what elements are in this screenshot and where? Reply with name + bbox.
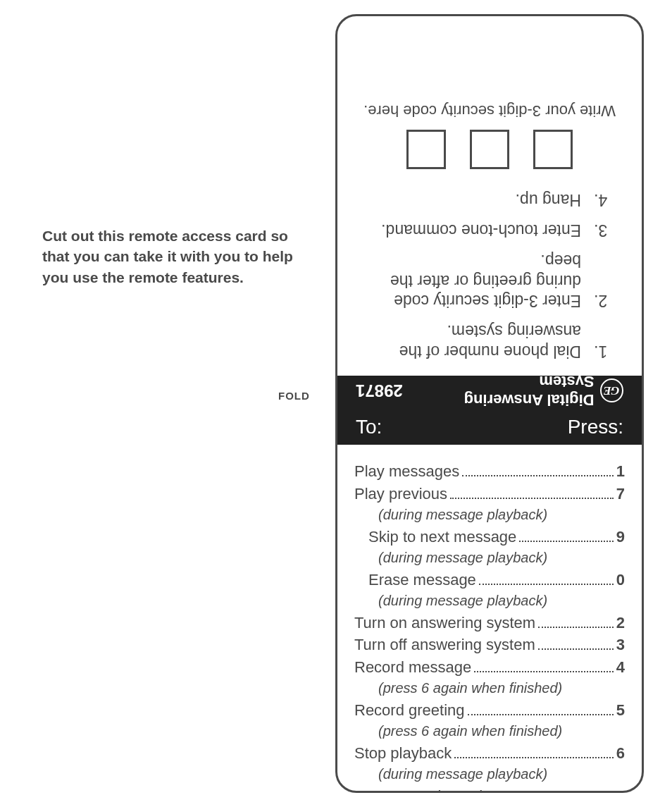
step-item: 1.Dial phone number of the answering sys… [368,321,611,362]
command-note: (during message playback) [354,505,625,524]
security-code-caption: Write your 3-digit security code here. [350,101,629,120]
command-row: Record message4 [354,656,625,679]
command-label: Record message [354,656,471,679]
command-label: Turn off answering system [354,634,535,656]
card-top-panel: 1.Dial phone number of the answering sys… [337,16,642,397]
command-key: 5 [616,699,625,722]
product-name: Digital Answering System [409,372,595,409]
step-item: 4.Hang up. [368,190,611,211]
command-row: Skip to next message9 [354,526,625,548]
command-label: Play messages [354,460,459,483]
command-row: Turn off answering system3 [354,634,625,656]
step-number: 2. [581,250,611,311]
command-row: To set security code7 [354,785,625,793]
security-code-box[interactable] [470,130,509,169]
cutout-instruction: Cut out this remote access card so that … [42,226,296,288]
leader-dots [462,464,614,476]
step-text: Enter 3-digit security code during greet… [368,250,581,311]
command-key: 7 [616,483,625,505]
command-label: To set security code [354,785,491,793]
command-note: (press 6 again when finished) [354,679,625,698]
command-row: Play messages1 [354,460,625,483]
step-number: 1. [581,321,611,362]
leader-dots [468,703,614,716]
security-code-box[interactable] [406,130,446,169]
ge-logo-icon: GE [600,378,623,402]
remote-access-card: 1.Dial phone number of the answering sys… [335,14,644,793]
command-row: Play previous7 [354,483,625,505]
step-number: 4. [581,190,611,211]
command-label: Erase message [368,569,476,591]
command-row: Erase message0 [354,569,625,591]
step-item: 3.Enter touch-tone command. [368,221,611,241]
command-note: (during message playback) [354,591,625,610]
command-key: 6 [616,742,625,765]
command-label: Turn on answering system [354,612,535,634]
model-number: 29871 [356,381,403,400]
command-label: Play previous [354,483,447,505]
step-item: 2.Enter 3-digit security code during gre… [368,250,611,311]
command-row: Turn on answering system2 [354,612,625,634]
security-code-box[interactable] [533,130,573,169]
leader-dots [494,789,613,793]
command-row: Record greeting5 [354,699,625,722]
command-key: 7 [616,785,625,793]
command-note: (press 6 again when finished) [354,722,625,741]
command-key: 1 [616,460,625,483]
command-label: Record greeting [354,699,465,722]
leader-dots [538,638,614,651]
leader-dots [474,660,613,673]
header-band-top: GE Digital Answering System 29871 [337,376,642,408]
steps-list: 1.Dial phone number of the answering sys… [350,190,629,376]
command-label: Stop playback [354,742,452,765]
command-label: Skip to next message [368,526,516,548]
step-text: Dial phone number of the answering syste… [368,321,581,362]
leader-dots [454,746,614,759]
command-key: 4 [616,656,625,679]
command-key: 2 [616,612,625,634]
command-key: 0 [616,569,625,591]
header-band-bottom: To: Press: [337,409,642,445]
step-text: Enter touch-tone command. [368,221,581,241]
command-row: Stop playback6 [354,742,625,765]
command-key: 3 [616,634,625,656]
product-header: GE Digital Answering System 29871 [349,371,630,413]
command-key: 9 [616,526,625,548]
command-note: (during message playback) [354,548,625,567]
commands-panel: Play messages1Play previous7(during mess… [337,446,642,793]
column-header-to: To: [356,416,382,438]
column-header-press: Press: [568,416,623,438]
leader-dots [450,486,614,499]
step-number: 3. [581,221,611,241]
leader-dots [519,529,613,542]
fold-label: FOLD [278,390,310,402]
page: Cut out this remote access card so that … [0,0,672,807]
step-text: Hang up. [368,190,581,211]
header-band: GE Digital Answering System 29871 To: Pr… [337,376,642,445]
leader-dots [479,572,614,585]
leader-dots [538,615,614,628]
command-note: (during message playback) [354,765,625,784]
security-code-boxes [350,130,629,169]
